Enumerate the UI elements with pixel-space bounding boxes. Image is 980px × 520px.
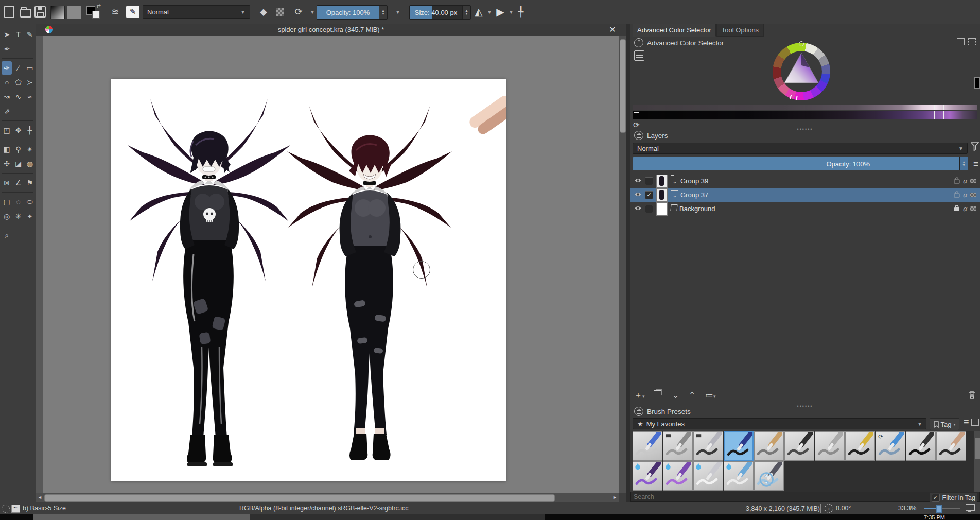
alpha-lock-icon[interactable]: α [962,191,967,199]
filter-checkbox[interactable]: ✓ [932,494,940,502]
layer-row-group-37[interactable]: ✓ › Group 37 α [630,188,980,202]
move-layer-up-button[interactable]: ⌃ [689,390,695,400]
mirror-horizontal-button[interactable]: ◭ [471,5,486,19]
splitter-grip[interactable]: •••••• [630,127,980,132]
brush-preset-wet-round[interactable] [633,461,662,491]
taskbar-item[interactable] [250,514,545,520]
lock-icon[interactable] [954,191,960,199]
scroll-right-arrow[interactable]: ► [611,494,618,501]
open-document-button[interactable] [19,5,33,19]
brush-preset-ink-gpen[interactable] [724,431,754,461]
float-docker-icon[interactable] [957,38,965,45]
expand-chevron-icon[interactable]: › [672,196,678,200]
docker-lock-icon[interactable] [634,407,643,416]
shade-strip-light[interactable] [633,105,977,110]
brush-preset-eraser-small[interactable] [633,431,662,461]
canvas-rotation-icon[interactable]: ↔ [825,504,833,513]
zoom-slider-handle[interactable] [936,505,942,513]
brush-preset-mechanical-pencil[interactable] [815,431,845,461]
presets-detail-view-icon[interactable] [971,419,979,426]
blending-mode-dropdown[interactable]: Normal ▼ [143,5,250,19]
layer-list-menu-icon[interactable]: ≡ [973,159,978,169]
color-selector-settings-button[interactable] [634,50,644,61]
tool-gradient[interactable]: ◧ [2,143,12,156]
size-spinner[interactable]: ▴▾ [462,6,470,19]
layer-checkbox[interactable] [645,205,653,213]
brush-preset-wet-swab[interactable] [724,461,754,491]
tool-reference-images[interactable]: ⚑ [25,176,35,189]
scroll-left-arrow[interactable]: ◄ [37,494,43,501]
inherit-alpha-icon[interactable] [970,179,976,183]
tool-rect-select[interactable]: ▢ [2,195,12,209]
gradient-chooser[interactable] [50,6,65,19]
filter-layers-icon[interactable] [971,142,979,151]
presets-display-menu-icon[interactable]: ≡ [964,417,969,428]
layer-row-background[interactable]: › Background α [630,202,980,216]
tool-zoom[interactable]: ⌕ [2,229,12,242]
scrollbar-thumb[interactable] [975,438,980,459]
tool-polyline[interactable]: ≻ [25,76,35,89]
layer-properties-button[interactable]: ≔▾ [705,390,716,400]
layer-visibility-icon[interactable] [634,177,642,185]
docker-lock-icon[interactable] [634,131,643,140]
tool-transform[interactable]: ◰ [2,124,12,137]
layer-checkbox[interactable] [645,177,653,185]
brush-preset-stamp-pen[interactable] [754,461,784,491]
brush-preset-wet-detail[interactable] [663,461,693,491]
presets-scrollbar[interactable] [974,431,980,492]
close-docker-icon[interactable] [968,38,976,45]
lock-icon[interactable] [954,177,960,185]
docker-lock-icon[interactable] [634,38,643,47]
wrap-around-mode-button[interactable]: ╄ [514,5,528,19]
mirror-vertical-button[interactable]: ▶ [493,5,507,19]
eraser-mode-button[interactable]: ◆ [256,5,271,19]
duplicate-layer-button[interactable] [654,390,661,400]
tool-smart-patch[interactable]: ✣ [2,157,12,170]
tag-button[interactable]: Tag ▾ [930,418,959,430]
tool-select-shapes[interactable]: ➤ [2,28,12,41]
layer-opacity-spinner[interactable]: ▴▾ [959,157,968,170]
alpha-lock-icon[interactable]: α [962,177,967,185]
shade-strip-dark[interactable] [633,111,977,119]
tool-rectangle[interactable]: ▭ [25,61,35,75]
tool-text[interactable]: T [13,28,23,41]
delete-layer-button[interactable] [968,390,976,399]
swap-colors-icon[interactable]: ⇄ [97,3,101,9]
tool-select-by-color[interactable]: ⌖ [25,210,35,223]
tool-line[interactable]: ∕ [13,61,23,75]
tool-freehand-path[interactable]: ∿ [13,90,23,103]
opacity-slider[interactable]: Opacity: 100% ▴▾ [317,5,388,20]
pattern-chooser[interactable] [67,6,81,19]
canvas-vertical-scrollbar[interactable] [619,36,626,493]
tool-similar-select[interactable]: ◎ [2,210,12,223]
foreground-background-colors[interactable]: ⇄ [86,5,100,19]
tool-enclose-fill[interactable]: ◍ [25,157,35,170]
taskbar-item[interactable] [33,514,250,520]
brush-preset-dry-texture[interactable] [936,431,966,461]
chevron-down-icon[interactable]: ▼ [395,9,400,15]
brush-preset-pencil[interactable] [784,431,814,461]
inherit-alpha-icon[interactable] [970,193,976,197]
layer-row-group-39[interactable]: › Group 39 α [630,174,980,188]
tool-ellipse-select[interactable]: ◌ [13,195,23,209]
tool-ellipse[interactable]: ○ [2,76,12,89]
zoom-slider[interactable] [924,508,960,509]
lock-icon[interactable] [954,205,960,213]
reload-preset-button[interactable]: ⟳ [291,5,306,19]
canvas-titlebar[interactable]: spider girl concept.kra (345.7 MiB) * ✕ [36,24,626,37]
layer-checkbox[interactable]: ✓ [645,191,653,199]
chevron-down-icon[interactable]: ▼ [509,9,514,15]
hsv-triangle[interactable] [781,51,822,92]
close-icon[interactable]: ✕ [607,25,618,35]
tool-magnetic-select[interactable]: ✳ [13,210,23,223]
brush-preset-eraser-soft[interactable] [663,431,693,461]
chevron-down-icon[interactable]: ▼ [487,9,492,15]
tool-multibrush[interactable]: ⇗ [2,105,12,118]
layer-blending-mode-dropdown[interactable]: Normal ▼ [633,143,968,154]
inherit-alpha-icon[interactable] [970,206,976,211]
tool-polygon[interactable]: ⬠ [13,76,23,89]
tool-freehand-select[interactable]: ⬭ [25,195,35,209]
tool-calligraphy[interactable]: ✒ [2,42,12,56]
canvas-page[interactable] [111,79,506,481]
brush-tag-dropdown[interactable]: ★ My Favorites ▼ [633,418,926,429]
